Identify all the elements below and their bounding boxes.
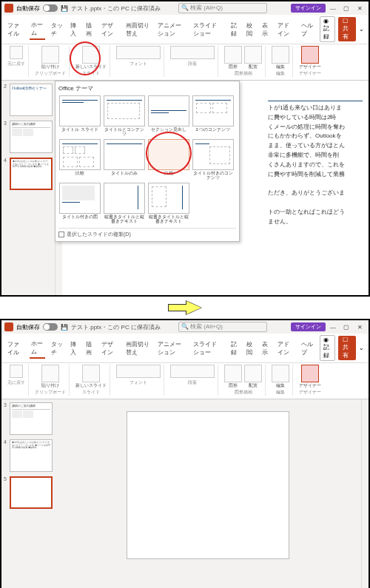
workspace-2: 3講師のご案内講師 4◆本日はお忙しい中お集まりいただきありがとうございます ◆… [1,399,369,588]
paste-icon[interactable] [41,46,59,64]
edit-button[interactable] [272,365,289,382]
save-icon[interactable]: 💾 [61,324,68,331]
tab-slideshow[interactable]: スライド ショー [192,20,224,39]
layout-vertical-title-2[interactable]: 縦書きタイトルと縦書きテキスト [147,183,190,225]
group-paragraph: 段落 [188,61,197,67]
tab-transitions[interactable]: 画面切り替え [124,20,152,39]
undo-icon[interactable] [10,365,23,378]
tab-animations[interactable]: アニメーション [156,339,188,358]
group-font: フォント [130,61,147,67]
slide-thumbnails: 2Outlook活用セミナー 3講師のご案内講師 4◆本日はお忙しい中お集まりい… [1,81,55,295]
maximize-button[interactable]: ▢ [340,322,352,332]
search-input[interactable]: 🔍 検索 (Alt+Q) [178,3,267,13]
arrange-button[interactable] [244,365,262,382]
autosave-toggle[interactable] [43,323,58,331]
autosave-toggle[interactable] [43,4,58,12]
tab-addins[interactable]: アドイン [276,339,295,358]
tab-animations[interactable]: アニメーション [156,20,188,39]
undo-icon[interactable] [10,46,23,59]
layout-picture-caption[interactable]: タイトル付きの図 [58,183,101,225]
tab-design[interactable]: デザイン [100,20,119,39]
signin-button[interactable]: サインイン [291,4,326,13]
ribbon-collapse-icon[interactable]: ⌄ [359,26,364,33]
record-button[interactable]: ◉ 記録 [320,16,336,42]
gallery-heading: Office テーマ [58,84,236,92]
tab-review[interactable]: 校閲 [245,20,256,39]
layout-blank[interactable]: 白紙 [147,139,190,181]
minimize-button[interactable]: — [327,322,339,332]
para-box[interactable] [170,365,215,378]
tab-addins[interactable]: アドイン [276,20,295,39]
slide-canvas[interactable] [55,399,361,588]
tab-slideshow[interactable]: スライド ショー [192,339,224,358]
share-button[interactable]: ☐ 共有 [338,17,356,41]
tab-review[interactable]: 校閲 [245,339,256,358]
tab-home[interactable]: ホーム [30,338,45,359]
tab-file[interactable]: ファイル [6,339,25,358]
tab-view[interactable]: 表示 [260,339,272,358]
para-box[interactable] [170,46,215,59]
save-icon[interactable]: 💾 [61,5,68,12]
group-undo: 元に戻す [7,379,25,386]
tab-record[interactable]: 記録 [229,20,240,39]
thumbnail-5[interactable]: 5 [4,476,53,509]
tab-transitions[interactable]: 画面切り替え [124,339,152,358]
tab-insert[interactable]: 挿入 [69,339,80,358]
tab-design[interactable]: デザイン [100,339,119,358]
new-slide-button[interactable] [82,365,100,382]
title-bar: 自動保存 💾 テスト.pptx・この PC に保存済み 🔍 検索 (Alt+Q)… [1,1,369,15]
tab-draw[interactable]: 描画 [84,20,95,39]
group-undo: 元に戻す [7,61,25,67]
close-button[interactable]: ✕ [354,3,366,13]
document-title: テスト.pptx・この PC に保存済み [71,4,161,13]
tab-home[interactable]: ホーム [30,19,45,40]
signin-button[interactable]: サインイン [291,322,326,331]
transition-arrow [0,300,370,319]
ribbon-collapse-icon[interactable]: ⌄ [359,345,364,351]
font-box[interactable] [116,365,161,378]
minimize-button[interactable]: — [327,3,339,13]
layout-title-content[interactable]: タイトルとコンテンツ [103,95,146,138]
layout-two-content[interactable]: 2 つのコンテンツ [192,95,235,138]
ribbon: 元に戻す 貼り付けクリップボード 新しいスライド スライド フォント 段落 図形… [1,44,369,81]
autosave-label: 自動保存 [16,323,40,331]
search-input[interactable]: 🔍 検索 (Alt+Q) [178,322,267,332]
annotation-circle-blank [146,132,192,175]
layout-vertical-title-1[interactable]: 縦書きタイトルと縦書きテキスト [103,183,146,225]
tab-file[interactable]: ファイル [6,20,25,39]
thumbnail-3[interactable]: 3講師のご案内講師 [4,121,53,153]
tab-draw[interactable]: 描画 [84,339,95,358]
gallery-duplicate-option[interactable]: 選択したスライドの複製(D) [58,228,236,238]
shapes-button[interactable] [224,365,242,382]
designer-button[interactable] [301,365,319,382]
shapes-button[interactable] [224,46,242,64]
layout-title-slide[interactable]: タイトル スライド [58,95,101,138]
tab-record[interactable]: 記録 [229,339,240,358]
paste-icon[interactable] [41,365,59,382]
layout-comparison[interactable]: 比較 [58,139,101,181]
record-button[interactable]: ◉ 記録 [320,335,336,361]
maximize-button[interactable]: ▢ [340,3,352,13]
edit-button[interactable] [272,46,289,64]
ribbon-tabs: ファイル ホーム タッチ 挿入 描画 デザイン 画面切り替え アニメーション ス… [1,15,369,44]
thumbnail-4[interactable]: 4◆本日はお忙しい中お集まりいただきありがとうございます ◆メールを処理する時間… [4,158,53,190]
arrange-button[interactable] [244,46,262,64]
font-box[interactable] [116,46,161,59]
thumbnail-4[interactable]: 4◆本日はお忙しい中お集まりいただきありがとうございます ◆メールを処理する時間… [4,439,53,472]
tab-touch[interactable]: タッチ [50,339,65,358]
share-button[interactable]: ☐ 共有 [338,336,356,360]
tab-help[interactable]: ヘルプ [300,339,315,358]
vertical-scrollbar[interactable] [361,399,369,588]
tab-help[interactable]: ヘルプ [300,20,315,39]
tab-touch[interactable]: タッチ [50,20,65,39]
tab-insert[interactable]: 挿入 [69,20,80,39]
designer-button[interactable] [301,46,319,64]
layout-content-caption[interactable]: タイトル付きのコンテンツ [192,139,235,181]
thumbnail-2[interactable]: 2Outlook活用セミナー [4,84,53,116]
group-designer: デザイナー [299,70,321,77]
close-button[interactable]: ✕ [354,322,366,332]
tab-view[interactable]: 表示 [260,20,272,39]
layout-title-only[interactable]: タイトルのみ [103,139,146,181]
thumbnail-3[interactable]: 3講師のご案内講師 [4,402,53,435]
slide-layout-gallery: Office テーマ タイトル スライド タイトルとコンテンツ セクション見出し… [55,81,240,242]
